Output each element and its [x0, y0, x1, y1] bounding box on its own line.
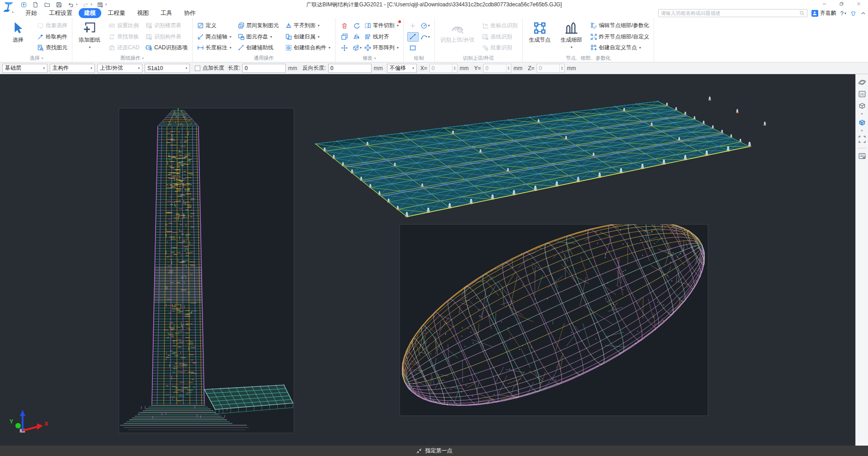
part-cut-button[interactable]: 零件切割▾ — [363, 21, 400, 30]
tab-start[interactable]: 开始 — [20, 8, 42, 18]
select-line-identify-button[interactable]: 选线识别 — [481, 32, 519, 42]
cad-identify-options-button[interactable]: CAD识别选项 — [145, 43, 188, 52]
function-search-box[interactable] — [658, 9, 807, 17]
theme-button[interactable] — [850, 10, 856, 16]
draw-arc-button[interactable]: ▾ — [420, 32, 431, 42]
tab-collaboration[interactable]: 协作 — [179, 8, 201, 18]
point-add-length-checkbox[interactable] — [195, 66, 200, 71]
3d-scene[interactable] — [0, 74, 855, 446]
copy-button[interactable] — [339, 32, 350, 42]
workspace-view-button[interactable] — [96, 1, 104, 8]
create-composite-element-button[interactable]: 创建组合构件▾ — [284, 43, 331, 52]
add-drawing-button[interactable]: 添加图纸▾ — [76, 20, 103, 54]
2d-view-button[interactable]: 2D — [857, 89, 867, 99]
move-button[interactable] — [339, 43, 350, 52]
orbit-view-button[interactable] — [857, 77, 867, 87]
generate-detail-button[interactable]: 生成细部▾ — [558, 20, 585, 54]
rotate-button[interactable] — [351, 21, 363, 30]
x-spinner[interactable]: 0▲▼ — [429, 64, 458, 73]
identify-element-table-button[interactable]: 识别构件表 — [145, 32, 188, 42]
align-to-face-button[interactable]: 平齐到面▾ — [284, 21, 331, 30]
coordinate-point-identify-button[interactable]: 坐标点识别 — [481, 21, 519, 30]
draw-circle-button[interactable]: ▾ — [420, 21, 431, 30]
z-spinner[interactable]: 0▲▼ — [537, 64, 565, 73]
group-caption-identify-chord[interactable]: 识别上弦/外弦 — [439, 54, 519, 62]
edit-node-detail-button[interactable]: 编辑节点细部/参数化 — [590, 21, 650, 30]
caret-down-icon[interactable]: ▾ — [76, 3, 78, 6]
publish-button[interactable] — [20, 1, 28, 8]
collapse-ribbon-button[interactable] — [860, 10, 866, 16]
pick-element-button[interactable]: 拾取构件 — [36, 32, 68, 42]
element-type-select[interactable]: 主构件▾ — [50, 64, 95, 73]
close-button[interactable] — [850, 0, 867, 8]
group-caption-general-ops[interactable]: 通用操作 — [196, 54, 331, 62]
undo-button[interactable] — [67, 1, 75, 8]
redo-button[interactable] — [82, 1, 90, 8]
identify-floor-table-button[interactable]: 识别楼层表 — [145, 21, 188, 30]
caret-down-icon[interactable]: ▾ — [91, 3, 93, 6]
app-logo[interactable] — [2, 1, 15, 14]
spinner-arrows-icon[interactable]: ▲▼ — [559, 64, 564, 72]
offset-select[interactable]: 不偏移▾ — [387, 64, 417, 73]
tab-project-settings[interactable]: 工程设置 — [43, 8, 78, 18]
section-select[interactable]: S1a10▾ — [145, 64, 190, 73]
create-belonging-button[interactable]: 创建归属▾ — [284, 32, 331, 42]
draw-rectangle-button[interactable] — [407, 43, 419, 52]
open-file-button[interactable] — [43, 1, 51, 8]
length-dimension-button[interactable]: 长度标注▾ — [196, 43, 232, 52]
new-file-button[interactable] — [32, 1, 39, 8]
customize-toolbar-caret-icon[interactable]: ▾ — [105, 3, 107, 6]
batch-identify-button[interactable]: 批量识别 — [481, 43, 519, 52]
select-button[interactable]: 选择 — [5, 20, 32, 54]
draw-point-button[interactable] — [407, 21, 419, 30]
delete-button[interactable] — [339, 21, 350, 30]
mirror-button[interactable] — [351, 32, 363, 42]
save-button[interactable] — [55, 1, 63, 8]
generate-node-button[interactable]: 生成节点 — [526, 20, 553, 54]
create-custom-node-button[interactable]: 创建自定义节点▾ — [590, 43, 650, 52]
display-settings-button[interactable] — [857, 151, 867, 161]
caret-down-icon[interactable]: ▾ — [861, 113, 863, 116]
shaded-view-button[interactable] — [857, 118, 867, 128]
batch-select-button[interactable]: 批量选择 — [36, 21, 68, 30]
user-account[interactable]: 齐嘉麟 — [811, 10, 836, 17]
search-input[interactable] — [661, 10, 797, 16]
copy-between-floors-button[interactable]: 层间复制图元 — [237, 21, 280, 30]
viewport-canvas[interactable]: X Y — [0, 74, 855, 446]
tab-modeling[interactable]: 建模 — [79, 8, 101, 18]
wireframe-view-button[interactable] — [857, 101, 867, 111]
tab-quantity[interactable]: 工程量 — [102, 8, 131, 18]
two-point-aux-axis-button[interactable]: 两点辅轴▾ — [196, 32, 232, 42]
group-caption-nodes[interactable]: 节点、细部、参数化 — [526, 54, 650, 62]
space-frame-roof-model[interactable] — [315, 96, 766, 217]
group-caption-draw[interactable]: 绘制 — [407, 54, 431, 62]
group-caption-drawing-ops[interactable]: 图纸操作▾ — [76, 54, 189, 62]
floor-select[interactable]: 基础层▾ — [2, 64, 47, 73]
group-caption-select[interactable]: 选择▾ — [5, 54, 68, 62]
fit-view-button[interactable] — [857, 134, 867, 144]
group-caption-modify[interactable]: 修改▾ — [339, 54, 400, 62]
restore-button[interactable] — [833, 0, 850, 8]
define-button[interactable]: 定义 — [196, 21, 232, 30]
chord-select[interactable]: 上弦/外弦▾ — [97, 64, 142, 73]
create-helper-line-button[interactable]: 创建辅助线 — [237, 43, 280, 52]
spinner-arrows-icon[interactable]: ▲▼ — [506, 64, 511, 72]
find-replace-button[interactable]: 查找替换 — [108, 32, 140, 42]
help-button[interactable]: ?▾ — [840, 10, 846, 17]
set-scale-button[interactable]: 设置比例 — [108, 21, 140, 30]
reverse-length-input[interactable] — [328, 64, 372, 73]
tab-view[interactable]: 视图 — [132, 8, 154, 18]
save-element-button[interactable]: 图元存盘▾ — [237, 32, 280, 42]
ring-array-button[interactable]: 环形阵列▾ — [363, 43, 400, 52]
explode-node-detail-button[interactable]: 炸开节点细部/自定义 — [590, 32, 650, 42]
length-input[interactable] — [242, 64, 286, 73]
caret-down-icon[interactable]: ▾ — [861, 129, 863, 133]
draw-line-button[interactable] — [407, 32, 419, 42]
stretch-button[interactable]: ▾ — [351, 43, 363, 52]
find-graphic-button[interactable]: 查找图元 — [36, 43, 68, 52]
spinner-arrows-icon[interactable]: ▲▼ — [452, 64, 457, 72]
line-align-button[interactable]: 线对齐 — [363, 32, 390, 42]
y-spinner[interactable]: 0▲▼ — [483, 64, 511, 73]
identify-chord-button[interactable]: 识别上弦/外弦 — [439, 20, 476, 54]
minimize-button[interactable] — [816, 0, 833, 8]
